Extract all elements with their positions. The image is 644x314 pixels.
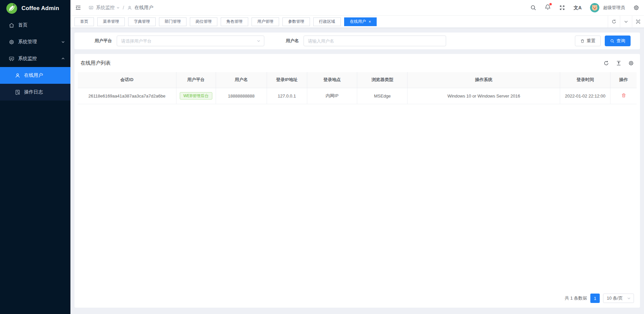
platform-select[interactable]: [117, 36, 264, 46]
breadcrumb-label: 系统监控: [96, 5, 115, 11]
gear-icon: [9, 39, 14, 45]
sidebar-item-label: 系统监控: [18, 56, 37, 62]
tabbar: 首页 菜单管理 字典管理 部门管理 岗位管理 角色管理 用户管理 参数管理 行政…: [70, 16, 644, 28]
cell-session-id: 26118e6169aa41a387aa3ca7a7d2a6be: [78, 88, 176, 104]
user-icon: [15, 73, 20, 78]
online-users-table: 会话ID 用户平台 用户名 登录IP地址 登录地点 浏览器类型 操作系统 登录时…: [74, 72, 640, 104]
col-actions: 操作: [610, 72, 637, 88]
avatar[interactable]: [590, 3, 599, 12]
column-settings-gear-icon[interactable]: [628, 60, 634, 66]
avatar-image: [590, 3, 599, 12]
page-1-button[interactable]: 1: [590, 294, 600, 303]
chevron-down-icon: [627, 296, 631, 300]
tab-options-button[interactable]: [620, 16, 632, 27]
sidebar-item-home[interactable]: 首页: [0, 17, 70, 34]
chevron-down-icon: [116, 6, 120, 9]
cell-ip: 127.0.0.1: [267, 88, 307, 104]
page-size-value: 10 条/页: [607, 295, 623, 301]
online-users-card: 在线用户列表: [74, 54, 640, 308]
sidebar-item-system-monitor[interactable]: 系统监控: [0, 50, 70, 67]
content-area: 用户平台 用户名 重置: [70, 28, 644, 314]
pagination-total: 共 1 条数据: [565, 295, 587, 301]
reset-label: 重置: [587, 38, 595, 44]
row-height-icon[interactable]: [616, 60, 622, 66]
tab-label: 参数管理: [288, 19, 304, 24]
refresh-icon[interactable]: [603, 60, 609, 66]
sidebar: Coffee Admin 首页 系统管理: [0, 0, 70, 314]
tab-dept-management[interactable]: 部门管理: [159, 17, 186, 26]
current-user-name[interactable]: 超级管理员: [603, 5, 625, 11]
search-icon[interactable]: [530, 5, 536, 11]
platform-select-input[interactable]: [121, 39, 257, 44]
tab-param-management[interactable]: 参数管理: [282, 17, 310, 26]
breadcrumb-item-monitor[interactable]: 系统监控: [96, 5, 120, 11]
chevron-down-icon: [624, 19, 629, 24]
tab-label: 字典管理: [134, 19, 150, 24]
username-field[interactable]: [304, 36, 446, 46]
tab-dict-management[interactable]: 字典管理: [128, 17, 156, 26]
sidebar-item-label: 在线用户: [24, 72, 43, 78]
translate-icon[interactable]: 文A: [574, 5, 582, 10]
settings-gear-icon[interactable]: [633, 5, 639, 11]
notifications-button[interactable]: [545, 4, 551, 11]
list-toolbar: [603, 60, 634, 66]
delete-session-trash-icon[interactable]: [621, 93, 626, 98]
maximize-icon: [636, 19, 641, 24]
chevron-down-icon: [61, 40, 65, 44]
tab-home[interactable]: 首页: [74, 17, 94, 26]
maximize-content-button[interactable]: [632, 16, 644, 27]
tab-label: 角色管理: [226, 19, 243, 24]
refresh-tab-button[interactable]: [608, 16, 620, 27]
breadcrumb-separator: /: [123, 5, 124, 10]
platform-tag: WEB管理后台: [180, 92, 212, 100]
list-header: 在线用户列表: [74, 54, 640, 72]
cell-os: Windows 10 or Windows Server 2016: [408, 88, 560, 104]
tab-label: 用户管理: [257, 19, 273, 24]
platform-label: 用户平台: [95, 38, 112, 44]
app-logo[interactable]: Coffee Admin: [0, 0, 70, 17]
monitor-icon: [9, 56, 14, 62]
tab-label: 部门管理: [165, 19, 181, 24]
sidebar-item-operation-logs[interactable]: 操作日志: [0, 84, 70, 101]
sidebar-item-system-management[interactable]: 系统管理: [0, 34, 70, 50]
tab-role-management[interactable]: 角色管理: [221, 17, 248, 26]
col-platform: 用户平台: [176, 72, 216, 88]
open-tabs: 首页 菜单管理 字典管理 部门管理 岗位管理 角色管理 用户管理 参数管理 行政…: [74, 17, 420, 26]
tab-online-users[interactable]: 在线用户 ×: [344, 17, 377, 26]
chevron-up-icon: [61, 57, 65, 61]
tab-admin-region[interactable]: 行政区域: [313, 17, 341, 26]
tab-label: 首页: [80, 19, 88, 24]
list-title: 在线用户列表: [80, 60, 111, 66]
col-os: 操作系统: [408, 72, 560, 88]
table-row: 26118e6169aa41a387aa3ca7a7d2a6be WEB管理后台…: [78, 88, 637, 104]
tab-menu-management[interactable]: 菜单管理: [97, 17, 125, 26]
tabbar-controls: [608, 16, 644, 27]
main-area: 系统监控 / 在线用户: [70, 0, 644, 314]
home-icon: [9, 22, 14, 28]
fullscreen-icon[interactable]: [559, 5, 565, 11]
pagination: 共 1 条数据 1 10 条/页: [74, 294, 640, 308]
search-button[interactable]: 查询: [605, 36, 631, 46]
sidebar-item-online-users[interactable]: 在线用户: [0, 67, 70, 84]
filter-buttons: 重置 查询: [575, 36, 631, 46]
page-size-select[interactable]: 10 条/页: [603, 294, 634, 303]
tab-label: 在线用户: [350, 19, 366, 24]
tab-post-management[interactable]: 岗位管理: [190, 17, 217, 26]
reset-button[interactable]: 重置: [575, 36, 601, 46]
tab-label: 岗位管理: [196, 19, 212, 24]
monitor-icon: [89, 5, 94, 10]
col-session-id: 会话ID: [78, 72, 176, 88]
trash-icon: [580, 39, 585, 43]
cell-username: 18888888888: [216, 88, 267, 104]
notification-badge: [549, 3, 552, 5]
col-login-time: 登录时间: [560, 72, 610, 88]
cell-platform: WEB管理后台: [176, 88, 216, 104]
col-browser: 浏览器类型: [357, 72, 408, 88]
search-label: 查询: [616, 38, 625, 44]
tab-user-management[interactable]: 用户管理: [252, 17, 279, 26]
close-icon[interactable]: ×: [369, 20, 371, 24]
col-location: 登录地点: [307, 72, 357, 88]
collapse-sidebar-icon[interactable]: [75, 5, 81, 11]
sidebar-item-label: 系统管理: [18, 39, 37, 45]
username-input[interactable]: [304, 39, 446, 44]
